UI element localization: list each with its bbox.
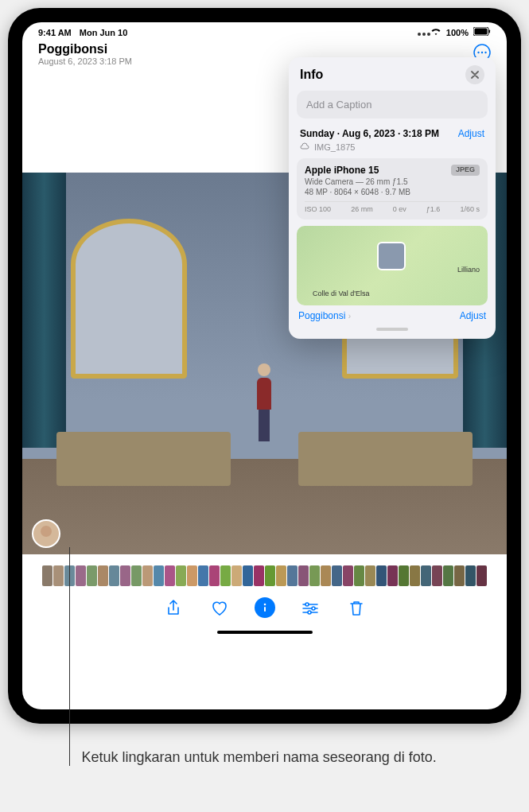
bottom-toolbar: [22, 589, 507, 627]
thumbnail[interactable]: [432, 565, 442, 586]
caption-input[interactable]: Add a Caption: [297, 91, 488, 118]
thumbnail[interactable]: [421, 565, 431, 586]
status-date: Mon Jun 10: [80, 28, 128, 37]
svg-point-4: [477, 52, 479, 53]
thumbnail[interactable]: [220, 565, 231, 586]
location-link[interactable]: Poggibonsi: [298, 310, 345, 321]
thumbnail[interactable]: [343, 565, 353, 586]
svg-point-9: [305, 603, 309, 606]
image-specs: 48 MP · 8064 × 6048 · 9.7 MB: [305, 188, 480, 196]
location-map[interactable]: Colle di Val d'Elsa Lilliano: [297, 226, 488, 305]
svg-point-10: [312, 607, 315, 610]
cloud-icon: [300, 142, 309, 152]
thumbnail[interactable]: [154, 565, 164, 586]
lens-info: Wide Camera — 26 mm ƒ1.5: [305, 177, 480, 186]
svg-point-11: [308, 611, 311, 614]
thumbnail[interactable]: [443, 565, 453, 586]
thumbnail[interactable]: [209, 565, 220, 586]
wifi-icon: [430, 28, 441, 37]
exif-focal: 26 mm: [351, 205, 373, 213]
thumbnail[interactable]: [354, 565, 364, 586]
svg-point-5: [481, 52, 483, 53]
adjust-location-button[interactable]: Adjust: [460, 310, 486, 321]
map-place-label: Lilliano: [457, 266, 480, 274]
thumbnail[interactable]: [298, 565, 309, 586]
thumbnail[interactable]: [399, 565, 409, 586]
thumbnail-strip[interactable]: [22, 562, 507, 589]
edit-button[interactable]: [299, 597, 321, 620]
svg-rect-2: [489, 30, 491, 33]
svg-point-7: [263, 604, 266, 606]
favorite-button[interactable]: [208, 597, 231, 620]
status-bar: 9:41 AM Mon Jun 10 100%: [22, 22, 507, 39]
info-panel: Info Add a Caption Sunday · Aug 6, 2023 …: [289, 57, 496, 339]
thumbnail[interactable]: [309, 565, 320, 586]
thumbnail[interactable]: [165, 565, 175, 586]
info-panel-title: Info: [300, 68, 323, 82]
thumbnail[interactable]: [53, 565, 64, 586]
thumbnail[interactable]: [376, 565, 387, 586]
status-time: 9:41 AM: [38, 28, 72, 37]
thumbnail[interactable]: [265, 565, 275, 586]
thumbnail[interactable]: [76, 565, 86, 586]
map-place-label: Colle di Val d'Elsa: [313, 289, 370, 297]
location-title: Poggibonsi: [38, 42, 132, 56]
thumbnail[interactable]: [332, 565, 342, 586]
exif-iso: ISO 100: [305, 205, 331, 213]
device-name: Apple iPhone 15: [305, 165, 379, 176]
home-indicator[interactable]: [217, 631, 313, 634]
thumbnail[interactable]: [142, 565, 153, 586]
thumbnail[interactable]: [131, 565, 142, 586]
thumbnail[interactable]: [465, 565, 476, 586]
device-info-card: Apple iPhone 15 JPEG Wide Camera — 26 mm…: [297, 158, 488, 220]
panel-drag-handle[interactable]: [376, 328, 408, 331]
exif-shutter: 1/60 s: [460, 205, 480, 213]
chevron-right-icon: ›: [348, 312, 351, 321]
thumbnail[interactable]: [98, 565, 108, 586]
ipad-device-frame: 9:41 AM Mon Jun 10 100% Poggibonsi Augus…: [8, 8, 521, 724]
share-button[interactable]: [162, 597, 185, 620]
photo-date: Sunday · Aug 6, 2023 · 3:18 PM: [300, 128, 439, 139]
thumbnail[interactable]: [42, 565, 53, 586]
close-button[interactable]: [465, 65, 484, 84]
thumbnail[interactable]: [231, 565, 242, 586]
face-tag-circle[interactable]: [32, 519, 60, 548]
svg-rect-8: [264, 607, 266, 612]
info-button[interactable]: [255, 597, 275, 618]
thumbnail[interactable]: [254, 565, 264, 586]
thumbnail[interactable]: [109, 565, 119, 586]
thumbnail[interactable]: [454, 565, 465, 586]
filename: IMG_1875: [314, 142, 355, 152]
thumbnail[interactable]: [365, 565, 375, 586]
exif-aperture: ƒ1.6: [426, 205, 441, 213]
battery-percent: 100%: [446, 28, 469, 37]
thumbnail[interactable]: [321, 565, 331, 586]
thumbnail[interactable]: [387, 565, 398, 586]
thumbnail[interactable]: [187, 565, 197, 586]
screen: 9:41 AM Mon Jun 10 100% Poggibonsi Augus…: [22, 22, 507, 709]
adjust-date-button[interactable]: Adjust: [458, 128, 484, 139]
more-icon[interactable]: [422, 28, 426, 37]
instruction-caption: Ketuk lingkaran untuk memberi nama seseo…: [42, 748, 488, 767]
battery-icon: [473, 27, 491, 37]
thumbnail[interactable]: [243, 565, 253, 586]
thumbnail[interactable]: [410, 565, 420, 586]
map-photo-pin: [377, 242, 406, 270]
exif-ev: 0 ev: [393, 205, 406, 213]
thumbnail[interactable]: [198, 565, 208, 586]
thumbnail[interactable]: [87, 565, 97, 586]
format-badge: JPEG: [451, 165, 480, 176]
thumbnail[interactable]: [120, 565, 130, 586]
thumbnail[interactable]: [176, 565, 186, 586]
thumbnail[interactable]: [287, 565, 298, 586]
thumbnail[interactable]: [276, 565, 286, 586]
thumbnail[interactable]: [476, 565, 487, 586]
callout-line: [69, 547, 70, 766]
svg-point-6: [484, 52, 486, 53]
date-subtitle: August 6, 2023 3:18 PM: [38, 56, 132, 66]
svg-rect-1: [475, 29, 488, 35]
delete-button[interactable]: [345, 597, 368, 620]
